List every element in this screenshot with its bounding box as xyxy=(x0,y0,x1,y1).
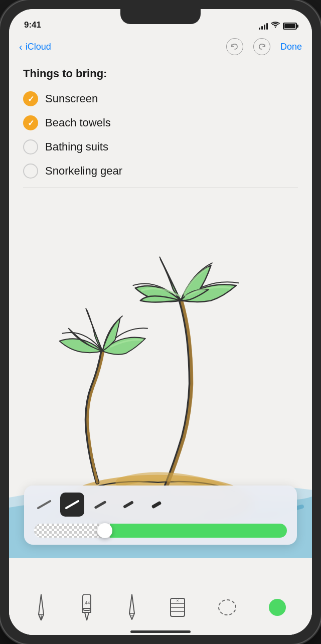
checkmark-icon: ✓ xyxy=(28,94,34,104)
svg-text:✕: ✕ xyxy=(176,599,179,602)
drawing-toolbar xyxy=(24,486,297,545)
bottom-toolbar: .44 xyxy=(9,585,312,630)
pencil-icon xyxy=(126,594,137,620)
checkbox-snorkeling[interactable] xyxy=(23,164,38,179)
tool-buttons-row xyxy=(32,493,289,517)
phone-screen: 9:41 xyxy=(9,9,312,635)
slash-icon xyxy=(37,500,52,509)
wifi-icon xyxy=(271,22,280,30)
notch xyxy=(120,9,201,24)
dash2-icon xyxy=(123,501,134,509)
list-item: ✓ Beach towels xyxy=(23,111,298,134)
eraser-icon xyxy=(65,500,80,509)
eraser-button[interactable] xyxy=(60,493,84,517)
lasso-icon xyxy=(218,599,236,615)
notes-heading: Things to bring: xyxy=(23,67,298,80)
list-item: Bathing suits xyxy=(23,135,298,158)
dash2-button[interactable] xyxy=(116,493,140,517)
list-item: Snorkeling gear xyxy=(23,159,298,183)
back-label: iCloud xyxy=(26,42,51,52)
svg-marker-16 xyxy=(85,612,89,620)
nav-actions: Done xyxy=(226,38,302,55)
pen-icon xyxy=(35,594,47,620)
nav-bar: ‹ iCloud Done xyxy=(9,34,312,59)
marker-tool-button[interactable]: .44 xyxy=(80,594,94,620)
home-indicator xyxy=(9,630,312,635)
svg-text:.44: .44 xyxy=(84,600,90,605)
checklist-text-snorkeling: Snorkeling gear xyxy=(45,165,122,178)
content-area: Things to bring: ✓ Sunscreen ✓ B xyxy=(9,59,312,635)
color-circle-icon xyxy=(269,599,286,616)
opacity-slider-container xyxy=(32,524,289,538)
undo-button[interactable] xyxy=(226,38,243,55)
list-item: ✓ Sunscreen xyxy=(23,87,298,110)
phone-frame: 9:41 xyxy=(0,0,321,644)
notes-content: Things to bring: ✓ Sunscreen ✓ B xyxy=(9,59,312,188)
opacity-slider-track xyxy=(34,524,287,538)
back-button[interactable]: ‹ iCloud xyxy=(19,41,226,53)
home-bar xyxy=(130,630,191,633)
drawing-area[interactable] xyxy=(9,188,312,585)
checklist-text-beach-towels: Beach towels xyxy=(45,116,111,129)
checkbox-bathing-suits[interactable] xyxy=(23,139,38,154)
checklist-text-sunscreen: Sunscreen xyxy=(45,92,98,105)
dash3-icon xyxy=(151,501,162,509)
pencil-tool-button[interactable] xyxy=(126,594,137,620)
checkbox-beach-towels[interactable]: ✓ xyxy=(23,115,38,130)
checkmark-icon: ✓ xyxy=(28,118,34,128)
marker-icon: .44 xyxy=(80,594,94,620)
dash1-icon xyxy=(94,500,106,509)
slash-tool-button[interactable] xyxy=(32,493,56,517)
chevron-left-icon: ‹ xyxy=(19,41,23,53)
lasso-tool-button[interactable] xyxy=(218,599,236,615)
redo-button[interactable] xyxy=(253,38,270,55)
eraser-tool-button[interactable]: ✕ xyxy=(170,596,186,618)
signal-icon xyxy=(259,23,268,30)
dash1-button[interactable] xyxy=(88,493,112,517)
done-button[interactable]: Done xyxy=(280,42,302,52)
dash3-button[interactable] xyxy=(144,493,169,517)
pen-tool-button[interactable] xyxy=(35,594,47,620)
slider-thumb[interactable] xyxy=(97,523,112,538)
status-time: 9:41 xyxy=(24,20,41,31)
ruler-icon: ✕ xyxy=(170,596,186,618)
checklist-text-bathing-suits: Bathing suits xyxy=(45,140,108,153)
checkbox-sunscreen[interactable]: ✓ xyxy=(23,91,38,106)
checklist: ✓ Sunscreen ✓ Beach towels Bathi xyxy=(23,87,298,183)
battery-icon xyxy=(283,23,297,30)
status-icons xyxy=(259,22,297,31)
color-picker-button[interactable] xyxy=(269,599,286,616)
